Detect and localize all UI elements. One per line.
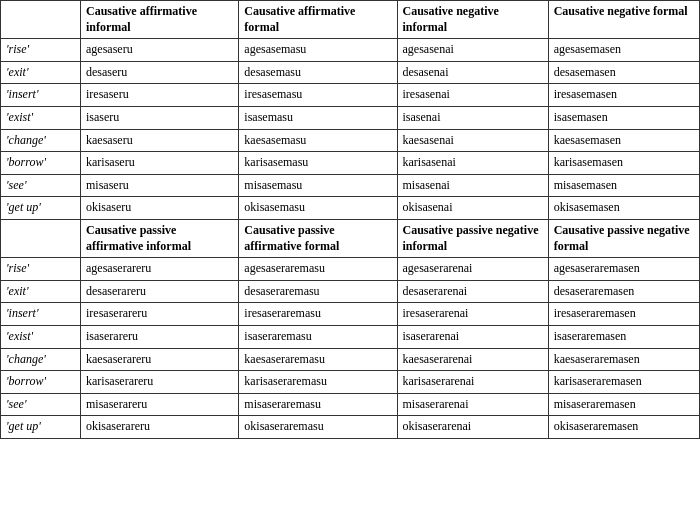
word-cell: 'see' xyxy=(1,174,81,197)
cell-c4: agesaseraremasen xyxy=(548,258,699,281)
cell-c1: desaseru xyxy=(81,61,239,84)
cell-c3: isasenai xyxy=(397,106,548,129)
word-cell: 'change' xyxy=(1,129,81,152)
cell-c3: kaesaserarenai xyxy=(397,348,548,371)
table-row: 'borrow' karisaseru karisasemasu karisas… xyxy=(1,152,700,175)
section2-col-header-2: Causative passive affirmative formal xyxy=(239,219,397,257)
cell-c1: okisaserareru xyxy=(81,416,239,439)
cell-c2: iresaseraremasu xyxy=(239,303,397,326)
word-cell: 'exit' xyxy=(1,280,81,303)
cell-c1: isaseru xyxy=(81,106,239,129)
cell-c2: agesasemasu xyxy=(239,39,397,62)
col-header-0 xyxy=(1,1,81,39)
cell-c1: iresaserareru xyxy=(81,303,239,326)
cell-c2: desasemasu xyxy=(239,61,397,84)
section1-header-row: Causative affirmative informal Causative… xyxy=(1,1,700,39)
table-row: 'get up' okisaserareru okisaseraremasu o… xyxy=(1,416,700,439)
word-cell: 'change' xyxy=(1,348,81,371)
cell-c4: desaseraremasen xyxy=(548,280,699,303)
cell-c4: isaseraremasen xyxy=(548,325,699,348)
cell-c4: kaesasemasen xyxy=(548,129,699,152)
cell-c3: karisasenai xyxy=(397,152,548,175)
cell-c1: desaserareru xyxy=(81,280,239,303)
word-cell: 'get up' xyxy=(1,197,81,220)
table-row: 'insert' iresaseru iresasemasu iresasena… xyxy=(1,84,700,107)
table-row: 'change' kaesaserareru kaesaseraremasu k… xyxy=(1,348,700,371)
section2-col-header-0 xyxy=(1,219,81,257)
word-cell: 'get up' xyxy=(1,416,81,439)
col-header-1: Causative affirmative informal xyxy=(81,1,239,39)
word-cell: 'insert' xyxy=(1,303,81,326)
cell-c3: misaserarenai xyxy=(397,393,548,416)
word-cell: 'exist' xyxy=(1,325,81,348)
section2-header-row: Causative passive affirmative informal C… xyxy=(1,219,700,257)
cell-c2: karisaseraremasu xyxy=(239,371,397,394)
word-cell: 'rise' xyxy=(1,258,81,281)
section2-col-header-4: Causative passive negative formal xyxy=(548,219,699,257)
cell-c2: kaesasemasu xyxy=(239,129,397,152)
cell-c1: misaseru xyxy=(81,174,239,197)
word-cell: 'rise' xyxy=(1,39,81,62)
cell-c3: isaserarenai xyxy=(397,325,548,348)
table-row: 'change' kaesaseru kaesasemasu kaesasena… xyxy=(1,129,700,152)
cell-c2: isasemasu xyxy=(239,106,397,129)
word-cell: 'see' xyxy=(1,393,81,416)
table-row: 'exist' isaserareru isaseraremasu isaser… xyxy=(1,325,700,348)
cell-c4: agesasemasen xyxy=(548,39,699,62)
cell-c4: isasemasen xyxy=(548,106,699,129)
cell-c3: desaserarenai xyxy=(397,280,548,303)
cell-c4: okisasemasen xyxy=(548,197,699,220)
cell-c3: okisaserarenai xyxy=(397,416,548,439)
word-cell: 'exit' xyxy=(1,61,81,84)
word-cell: 'exist' xyxy=(1,106,81,129)
cell-c2: desaseraremasu xyxy=(239,280,397,303)
cell-c2: iresasemasu xyxy=(239,84,397,107)
word-cell: 'borrow' xyxy=(1,371,81,394)
cell-c4: kaesaseraremasen xyxy=(548,348,699,371)
word-cell: 'borrow' xyxy=(1,152,81,175)
cell-c2: okisasemasu xyxy=(239,197,397,220)
table-row: 'see' misaserareru misaseraremasu misase… xyxy=(1,393,700,416)
cell-c3: okisasenai xyxy=(397,197,548,220)
cell-c1: karisaseru xyxy=(81,152,239,175)
col-header-4: Causative negative formal xyxy=(548,1,699,39)
cell-c3: agesaserarenai xyxy=(397,258,548,281)
cell-c2: isaseraremasu xyxy=(239,325,397,348)
cell-c1: isaserareru xyxy=(81,325,239,348)
cell-c2: kaesaseraremasu xyxy=(239,348,397,371)
table-row: 'see' misaseru misasemasu misasenai misa… xyxy=(1,174,700,197)
cell-c4: karisaseraremasen xyxy=(548,371,699,394)
conjugation-table: Causative affirmative informal Causative… xyxy=(0,0,700,439)
table-row: 'exit' desaserareru desaseraremasu desas… xyxy=(1,280,700,303)
cell-c2: okisaseraremasu xyxy=(239,416,397,439)
cell-c4: karisasemasen xyxy=(548,152,699,175)
table-row: 'exist' isaseru isasemasu isasenai isase… xyxy=(1,106,700,129)
cell-c2: misasemasu xyxy=(239,174,397,197)
cell-c4: desasemasen xyxy=(548,61,699,84)
cell-c3: desasenai xyxy=(397,61,548,84)
table-row: 'borrow' karisaserareru karisaseraremasu… xyxy=(1,371,700,394)
cell-c1: misaserareru xyxy=(81,393,239,416)
cell-c3: agesasenai xyxy=(397,39,548,62)
cell-c4: okisaseraremasen xyxy=(548,416,699,439)
cell-c4: misaseraremasen xyxy=(548,393,699,416)
cell-c4: iresaseraremasen xyxy=(548,303,699,326)
cell-c2: misaseraremasu xyxy=(239,393,397,416)
cell-c1: agesaserareru xyxy=(81,258,239,281)
col-header-3: Causative negative informal xyxy=(397,1,548,39)
cell-c1: agesaseru xyxy=(81,39,239,62)
cell-c4: iresasemasen xyxy=(548,84,699,107)
cell-c2: karisasemasu xyxy=(239,152,397,175)
cell-c4: misasemasen xyxy=(548,174,699,197)
table-row: 'exit' desaseru desasemasu desasenai des… xyxy=(1,61,700,84)
cell-c3: iresaserarenai xyxy=(397,303,548,326)
cell-c3: iresasenai xyxy=(397,84,548,107)
cell-c1: kaesaserareru xyxy=(81,348,239,371)
table-row: 'rise' agesaseru agesasemasu agesasenai … xyxy=(1,39,700,62)
section2-col-header-3: Causative passive negative informal xyxy=(397,219,548,257)
cell-c3: misasenai xyxy=(397,174,548,197)
col-header-2: Causative affirmative formal xyxy=(239,1,397,39)
cell-c1: iresaseru xyxy=(81,84,239,107)
cell-c3: karisaserarenai xyxy=(397,371,548,394)
table-row: 'get up' okisaseru okisasemasu okisasena… xyxy=(1,197,700,220)
